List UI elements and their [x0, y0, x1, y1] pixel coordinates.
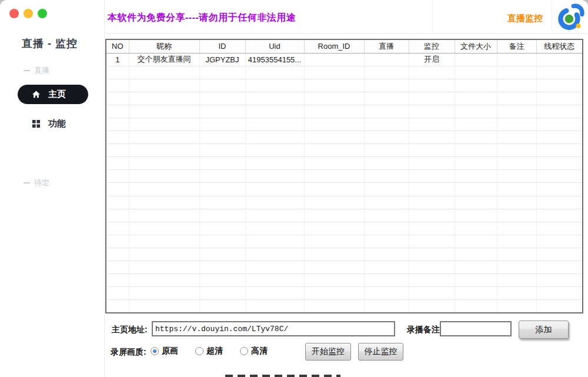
- quality-radio-original[interactable]: 原画: [151, 346, 178, 356]
- column-header-id[interactable]: ID: [199, 39, 245, 53]
- top-banner: 本软件为免费分享----请勿用于任何非法用途 直播监控: [105, 0, 588, 34]
- clipped-text-fragment: [225, 375, 340, 377]
- cell-id: JGPYZBJ: [199, 53, 245, 66]
- table-row-empty[interactable]: [106, 66, 583, 79]
- column-header-threadstate[interactable]: 线程状态: [536, 39, 583, 53]
- radio-label: 超清: [206, 346, 223, 356]
- quality-label: 录屏画质:: [111, 347, 146, 358]
- sidebar-item-label: 功能: [48, 118, 66, 129]
- sidebar-section-pending: 待定: [24, 178, 49, 188]
- table-row-empty[interactable]: [106, 105, 583, 118]
- radio-icon: [151, 347, 159, 355]
- sidebar-section-label: 直播: [34, 65, 49, 76]
- table-row-empty[interactable]: [106, 170, 583, 183]
- home-url-input[interactable]: [152, 321, 395, 336]
- home-icon: [32, 90, 41, 99]
- quality-radio-hd[interactable]: 高清: [240, 346, 268, 356]
- table-row-empty[interactable]: [106, 131, 583, 144]
- cell-monitor: 开启: [409, 53, 455, 66]
- quality-radio-ultra[interactable]: 超清: [195, 346, 223, 356]
- cell-no: 1: [106, 53, 129, 66]
- column-header-nickname[interactable]: 昵称: [129, 39, 199, 53]
- stop-monitor-button[interactable]: 停止监控: [358, 343, 403, 361]
- minimize-window-button[interactable]: [24, 9, 33, 18]
- table-body: 1 交个朋友直播间 JGPYZBJ 41953554155... 开启: [106, 53, 583, 313]
- table-row-empty[interactable]: [106, 118, 583, 131]
- table-row-empty[interactable]: [106, 209, 583, 222]
- table-row-empty[interactable]: [106, 196, 583, 209]
- cell-threadstate: [536, 53, 583, 66]
- cell-uid: 41953554155...: [245, 53, 304, 66]
- table-row-empty[interactable]: [106, 183, 583, 196]
- table-row-empty[interactable]: [106, 261, 583, 274]
- radio-label: 原画: [162, 346, 178, 356]
- table-row-empty[interactable]: [106, 235, 583, 248]
- app-logo-icon: [556, 2, 585, 32]
- sidebar-section-label: 待定: [34, 178, 49, 188]
- record-note-label: 录播备注:: [407, 325, 443, 335]
- sidebar-section-live: 直播: [24, 65, 49, 76]
- app-name-label: 直播监控: [432, 13, 543, 24]
- main-area: 本软件为免费分享----请勿用于任何非法用途 直播监控 NO 昵称: [105, 0, 588, 377]
- section-dash-icon: [24, 70, 30, 71]
- start-monitor-button[interactable]: 开始监控: [305, 343, 351, 361]
- monitor-table: NO 昵称 ID Uid Room_ID 直播 监控 文件大小 备注 线程状态 …: [105, 39, 583, 313]
- radio-icon: [240, 347, 248, 355]
- table-row-empty[interactable]: [106, 222, 583, 235]
- table-row-empty[interactable]: [106, 274, 583, 287]
- column-header-remark[interactable]: 备注: [497, 39, 536, 53]
- table-row-empty[interactable]: [106, 287, 583, 300]
- table-row[interactable]: 1 交个朋友直播间 JGPYZBJ 41953554155... 开启: [106, 53, 583, 66]
- table-header-row: NO 昵称 ID Uid Room_ID 直播 监控 文件大小 备注 线程状态: [106, 39, 583, 53]
- cell-roomid: [304, 53, 364, 66]
- section-dash-icon: [24, 182, 30, 184]
- quality-radio-group: 原画 超清 高清: [151, 346, 268, 356]
- cell-live: [364, 53, 409, 66]
- column-header-uid[interactable]: Uid: [245, 39, 304, 53]
- table-row-empty[interactable]: [106, 92, 583, 105]
- radio-icon: [195, 347, 203, 355]
- cell-remark: [497, 53, 536, 66]
- column-header-monitor[interactable]: 监控: [409, 39, 455, 53]
- cell-filesize: [455, 53, 497, 66]
- disclaimer-text: 本软件为免费分享----请勿用于任何非法用途: [108, 12, 296, 24]
- app-window: 直播 - 监控 直播 主页 功能 待定 本软件: [0, 0, 588, 377]
- table-row-empty[interactable]: [106, 300, 583, 313]
- grid-icon: [32, 119, 41, 128]
- table-row-empty[interactable]: [106, 79, 583, 92]
- sidebar: 直播 - 监控 直播 主页 功能 待定: [0, 0, 105, 377]
- radio-label: 高清: [251, 346, 268, 356]
- app-title: 直播 - 监控: [22, 36, 78, 51]
- maximize-window-button[interactable]: [38, 9, 47, 18]
- column-header-roomid[interactable]: Room_ID: [304, 39, 364, 53]
- divider: [552, 4, 552, 31]
- record-note-input[interactable]: [440, 321, 512, 336]
- column-header-filesize[interactable]: 文件大小: [455, 39, 497, 53]
- sidebar-item-features[interactable]: 功能: [18, 115, 88, 132]
- close-window-button[interactable]: [9, 9, 19, 18]
- window-controls: [9, 9, 47, 18]
- table-row-empty[interactable]: [106, 144, 583, 157]
- cell-nickname: 交个朋友直播间: [129, 53, 199, 66]
- sidebar-item-home[interactable]: 主页: [18, 85, 88, 104]
- column-header-live[interactable]: 直播: [364, 39, 409, 53]
- table-row-empty[interactable]: [106, 157, 583, 170]
- column-header-no[interactable]: NO: [106, 39, 129, 53]
- add-button[interactable]: 添加: [519, 321, 569, 339]
- sidebar-item-label: 主页: [48, 89, 66, 100]
- table-row-empty[interactable]: [106, 248, 583, 261]
- home-url-label: 主页地址:: [112, 325, 148, 335]
